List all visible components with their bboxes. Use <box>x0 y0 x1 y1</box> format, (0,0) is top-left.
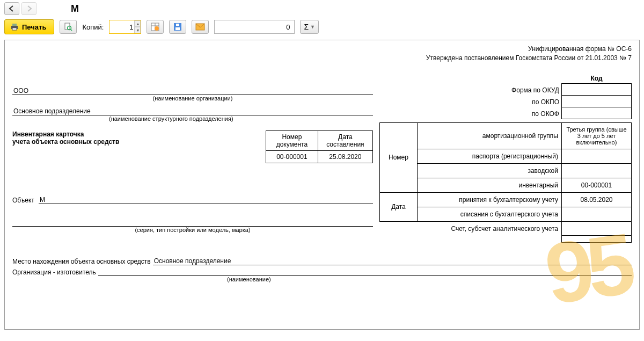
dept-caption: (наименование структурного подразделения… <box>12 115 373 122</box>
factory-label: заводской <box>418 163 562 178</box>
card-title-2: учета объекта основных средств <box>12 138 257 146</box>
card-title-1: Инвентарная карточка <box>12 130 257 138</box>
amort-value: Третья группа (свыше 3 лет до 5 лет вклю… <box>562 122 632 149</box>
copies-stepper[interactable]: ▲ ▼ <box>109 20 141 34</box>
org-caption: (наименование организации) <box>12 95 373 101</box>
object-field: М <box>39 195 373 204</box>
doc-num-value: 00-000001 <box>266 150 318 163</box>
account-value <box>562 221 632 236</box>
dept-value: Основное подразделение <box>13 107 91 115</box>
print-label: Печать <box>22 23 46 31</box>
accept-label: принятия к бухгалтерскому учету <box>418 192 562 207</box>
email-button[interactable] <box>192 20 209 34</box>
object-value: М <box>40 196 45 204</box>
object-line2 <box>12 218 373 227</box>
okpo-label: по ОКПО <box>379 95 562 107</box>
svg-rect-1 <box>12 24 17 26</box>
kod-table: Код Форма по ОКУД по ОКПО по ОКОФ <box>379 74 632 119</box>
forward-button[interactable] <box>21 2 36 15</box>
action-toolbar: Печать Копий: ▲ ▼ 0 Σ ▼ <box>0 17 644 37</box>
details-table: Номер амортизационной группы Третья груп… <box>379 122 632 243</box>
passport-value <box>562 149 632 163</box>
arrow-right-icon <box>25 5 33 12</box>
writeoff-label: списания с бухгалтерского учета <box>418 207 562 221</box>
printer-icon <box>10 23 19 31</box>
manufacturer-field <box>98 267 632 276</box>
form-header-line1: Унифицированная форма № ОС-6 <box>12 45 632 54</box>
stepper-up[interactable]: ▲ <box>135 20 141 27</box>
table-settings-icon <box>151 23 159 31</box>
location-value: Основное подразделение <box>154 257 231 265</box>
doc-date-header: Дата составления <box>318 130 372 150</box>
writeoff-value <box>562 207 632 221</box>
inventory-label: инвентарный <box>418 178 562 192</box>
doc-search-icon <box>64 23 72 31</box>
okof-label: по ОКОФ <box>379 107 562 119</box>
object-caption2: (серия, тип постройки или модель, марка) <box>12 227 373 233</box>
floppy-icon <box>173 23 182 31</box>
stepper-down[interactable]: ▼ <box>135 27 141 33</box>
svg-rect-11 <box>175 27 180 30</box>
doc-num-header: Номер документа <box>266 130 318 150</box>
account-label: Счет, субсчет аналитического учета <box>380 221 562 236</box>
arrow-left-icon <box>8 5 16 12</box>
okof-box <box>562 107 632 119</box>
passport-label: паспорта (регистрационный) <box>418 149 562 163</box>
form-header: Унифицированная форма № ОС-6 Утверждена … <box>12 45 632 63</box>
doc-date-value: 25.08.2020 <box>318 150 372 163</box>
kod-header: Код <box>562 74 632 84</box>
settings-button[interactable] <box>147 20 164 34</box>
okud-label: Форма по ОКУД <box>379 83 562 95</box>
dept-field: Основное подразделение <box>12 107 373 115</box>
svg-rect-12 <box>176 24 179 26</box>
location-field: Основное подразделение <box>153 257 632 265</box>
envelope-icon <box>195 23 205 31</box>
print-button[interactable]: Печать <box>4 19 54 34</box>
org-value: ООО <box>13 87 28 95</box>
account-value2 <box>562 236 632 243</box>
svg-line-5 <box>71 30 72 31</box>
sigma-icon: Σ <box>304 23 309 31</box>
save-button[interactable] <box>169 20 186 34</box>
manufacturer-caption: (наименование) <box>12 276 632 282</box>
dropdown-caret-icon: ▼ <box>310 24 315 30</box>
inventory-value: 00-000001 <box>562 178 632 192</box>
sum-field[interactable]: 0 <box>214 20 295 34</box>
preview-button[interactable] <box>60 20 77 34</box>
nomer-label: Номер <box>380 122 418 192</box>
sum-value: 0 <box>286 23 290 31</box>
document-sheet: 95 Унифицированная форма № ОС-6 Утвержде… <box>4 40 640 330</box>
form-header-line2: Утверждена постановлением Госкомстата Ро… <box>12 54 632 63</box>
manufacturer-label: Организация - изготовитель <box>12 269 96 276</box>
svg-point-9 <box>155 26 159 31</box>
doc-number-table: Номер документа Дата составления 00-0000… <box>266 130 373 163</box>
object-label: Объект <box>12 197 34 204</box>
back-button[interactable] <box>4 2 19 15</box>
factory-value <box>562 163 632 178</box>
accept-value: 08.05.2020 <box>562 192 632 207</box>
copies-label: Копий: <box>82 23 104 31</box>
nav-toolbar: М <box>0 0 644 17</box>
page-title: М <box>71 3 79 14</box>
okud-box <box>562 83 632 95</box>
amort-label: амортизационной группы <box>418 122 562 149</box>
svg-rect-2 <box>12 28 17 30</box>
okpo-box <box>562 95 632 107</box>
org-field: ООО <box>12 86 373 95</box>
date-label: Дата <box>380 192 418 221</box>
location-label: Место нахождения объекта основных средст… <box>12 258 151 265</box>
sigma-button[interactable]: Σ ▼ <box>300 20 319 34</box>
